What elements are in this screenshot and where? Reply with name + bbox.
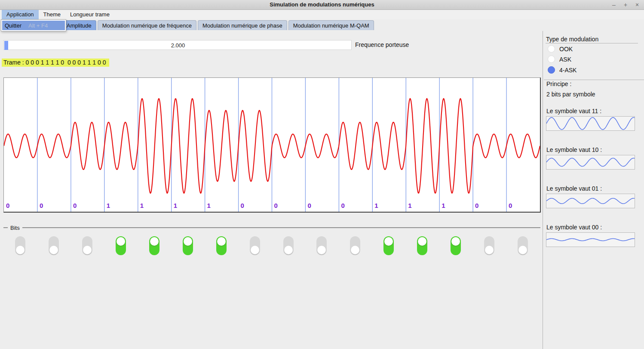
menu-item-theme[interactable]: Theme xyxy=(39,10,65,19)
bit-toggle-2[interactable] xyxy=(82,236,92,255)
modulation-type-title: Type de modulation xyxy=(546,36,598,43)
bit-toggle-14[interactable] xyxy=(484,236,494,255)
menu-item-quitter[interactable]: QuitterAlt + F4 xyxy=(2,21,65,30)
bit-toggle-13[interactable] xyxy=(451,236,461,255)
bit-toggle-8[interactable] xyxy=(283,236,294,255)
radio-label: OOK xyxy=(559,46,573,53)
bit-toggle-1[interactable] xyxy=(49,236,59,255)
carrier-frequency-slider[interactable]: 2.000 xyxy=(3,40,352,50)
toggle-knob xyxy=(518,246,527,254)
maximize-icon[interactable]: + xyxy=(623,1,628,8)
bit-value-label: 0 xyxy=(307,202,311,209)
trame-bits: 0 0 0 1 1 1 1 0 0 0 0 1 1 1 0 0 xyxy=(26,59,106,66)
bit-value-label: 0 xyxy=(73,202,77,209)
modulation-type-panel: Type de modulation Principe : 2 bits par… xyxy=(544,32,644,349)
menu-item-application[interactable]: Application xyxy=(2,10,39,19)
bit-toggle-7[interactable] xyxy=(250,236,260,255)
bit-toggles xyxy=(3,236,540,256)
title-bar: Simulation de modulations numériques – +… xyxy=(0,0,644,10)
bits-group-header: Bits xyxy=(3,225,540,231)
carrier-frequency-row: 2.000 Frequence porteuse xyxy=(3,40,540,50)
symbol-waveform xyxy=(546,238,635,241)
bit-toggle-6[interactable] xyxy=(216,236,227,255)
symbol-waveform xyxy=(546,198,635,204)
menu-bar: ApplicationThemeLongueur trame xyxy=(0,10,644,19)
modulated-signal-plot: 0001111000011100 xyxy=(3,77,541,213)
symbol-wave-svg xyxy=(546,155,635,169)
symbol-wave-svg xyxy=(546,194,635,208)
bit-toggle-9[interactable] xyxy=(316,236,327,255)
toggle-knob xyxy=(217,237,226,246)
bit-toggle-0[interactable] xyxy=(15,236,25,255)
toggle-knob xyxy=(117,237,125,246)
bit-value-label: 1 xyxy=(408,202,411,209)
symbol-example-label-2: Le symbole vaut 01 : xyxy=(546,185,602,192)
toggle-knob xyxy=(49,246,58,254)
minimize-icon[interactable]: – xyxy=(611,1,616,8)
symbol-wave-svg xyxy=(546,117,635,130)
bit-toggle-3[interactable] xyxy=(116,236,126,255)
bit-toggle-4[interactable] xyxy=(149,236,159,255)
bit-toggle-10[interactable] xyxy=(350,236,360,255)
bit-value-label: 1 xyxy=(107,202,110,209)
bit-toggle-15[interactable] xyxy=(518,236,528,255)
bit-value-label: 0 xyxy=(475,202,478,209)
toggle-knob xyxy=(485,246,494,254)
toggle-knob xyxy=(251,246,259,254)
symbol-example-label-0: Le symbole vaut 11 : xyxy=(546,108,601,114)
bit-value-label: 1 xyxy=(207,202,211,209)
radio-option-ask[interactable]: ASK xyxy=(548,56,571,63)
bit-value-label: 1 xyxy=(140,202,144,209)
bit-value-label: 0 xyxy=(40,202,43,209)
bit-toggle-12[interactable] xyxy=(417,236,427,255)
trame-prefix: Trame : xyxy=(3,59,26,66)
bit-value-label: 0 xyxy=(274,202,278,209)
symbol-example-wave-2 xyxy=(546,194,635,208)
signal-svg: 0001111000011100 xyxy=(4,78,540,212)
tab-3[interactable]: Modulation numérique M-QAM xyxy=(288,20,374,30)
toggle-knob xyxy=(150,237,159,246)
radio-label: 4-ASK xyxy=(559,67,577,74)
toggle-knob xyxy=(83,246,92,254)
carrier-frequency-label: Frequence porteuse xyxy=(355,40,409,50)
principle-separator xyxy=(544,80,644,80)
trame-display: Trame : 0 0 0 1 1 1 1 0 0 0 0 1 1 1 0 0 xyxy=(2,59,109,67)
toggle-knob xyxy=(317,246,326,254)
tab-1[interactable]: Modulation numérique de fréquence xyxy=(98,20,196,30)
radio-icon xyxy=(548,56,555,63)
menu-item-longueur-trame[interactable]: Longueur trame xyxy=(65,10,114,19)
panel-separator xyxy=(543,31,543,349)
bits-group-rule xyxy=(22,227,540,228)
symbol-example-label-3: Le symbole vaut 00 : xyxy=(546,224,602,231)
menu-item-quitter-label: Quitter xyxy=(5,22,21,29)
symbol-example-wave-3 xyxy=(546,232,635,247)
principle-value: 2 bits par symbole xyxy=(546,91,595,98)
radio-option-ook[interactable]: OOK xyxy=(548,45,573,53)
toggle-knob xyxy=(16,246,25,254)
bit-toggle-11[interactable] xyxy=(383,236,394,255)
principle-label: Principe : xyxy=(546,80,571,87)
close-icon[interactable]: × xyxy=(635,1,640,8)
bit-value-label: 1 xyxy=(374,202,378,209)
bits-group-dash xyxy=(3,227,8,228)
bit-toggle-5[interactable] xyxy=(183,236,193,255)
bit-value-label: 0 xyxy=(6,202,9,209)
toggle-knob xyxy=(184,237,192,246)
toggle-knob xyxy=(384,237,393,246)
bit-value-label: 1 xyxy=(174,202,177,209)
bit-value-label: 1 xyxy=(442,202,445,209)
application-menu-popup: QuitterAlt + F4 xyxy=(1,19,66,31)
symbol-wave-svg xyxy=(546,233,635,247)
tab-2[interactable]: Modulation numérique de phase xyxy=(198,20,287,30)
symbol-example-wave-1 xyxy=(546,155,635,170)
toggle-knob xyxy=(418,237,426,246)
symbol-example-wave-0 xyxy=(546,116,635,131)
toggle-knob xyxy=(284,246,293,254)
window-title: Simulation de modulations numériques xyxy=(0,0,644,9)
bit-value-label: 0 xyxy=(241,202,244,209)
bit-value-label: 0 xyxy=(341,202,344,209)
radio-option-4-ask[interactable]: 4-ASK xyxy=(548,66,577,74)
modulation-type-underline xyxy=(546,43,638,43)
toggle-knob xyxy=(351,246,359,254)
bits-group-title: Bits xyxy=(10,225,20,231)
